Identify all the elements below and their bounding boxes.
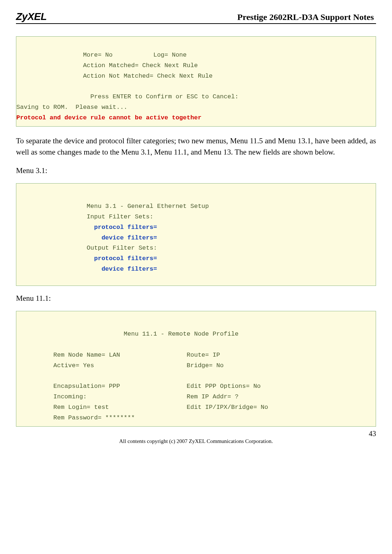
code-line: Press ENTER to Confirm or ESC to Cancel: bbox=[16, 93, 238, 100]
code-line-highlight: device filters= bbox=[16, 266, 157, 272]
code-line: Incoming: Rem IP Addr= ? bbox=[16, 393, 238, 400]
heading-menu-111: Menu 11.1: bbox=[16, 294, 376, 303]
code-line: Menu 11.1 - Remote Node Profile bbox=[16, 331, 238, 337]
code-block-filter-rule: More= No Log= None Action Matched= Check… bbox=[16, 36, 376, 127]
code-line: Rem Node Name= LAN Route= IP bbox=[16, 352, 220, 358]
code-line: Menu 3.1 - General Ethernet Setup bbox=[16, 203, 209, 210]
page-footer: 43 All contents copyright (c) 2007 ZyXEL… bbox=[16, 438, 376, 449]
page-header: ZyXEL Prestige 2602RL-D3A Support Notes bbox=[16, 11, 376, 24]
code-line: Saving to ROM. Please wait... bbox=[16, 104, 127, 111]
copyright-text: All contents copyright (c) 2007 ZyXEL Co… bbox=[16, 438, 376, 444]
code-line: Action Not Matched= Check Next Rule bbox=[16, 73, 213, 79]
paragraph: To separate the device and protocol filt… bbox=[16, 135, 376, 157]
logo: ZyXEL bbox=[16, 11, 47, 22]
code-line: More= No Log= None bbox=[16, 52, 187, 58]
code-line: Encapsulation= PPP Edit PPP Options= No bbox=[16, 383, 261, 390]
code-line: Rem Password= ******** bbox=[16, 414, 135, 421]
code-line: Output Filter Sets: bbox=[16, 245, 157, 251]
code-line-highlight: protocol filters= bbox=[16, 224, 157, 231]
code-line-error: Protocol and device rule cannot be activ… bbox=[16, 114, 201, 121]
code-line: Input Filter Sets: bbox=[16, 213, 153, 220]
heading-menu-31: Menu 3.1: bbox=[16, 166, 376, 175]
page-number: 43 bbox=[369, 430, 376, 438]
code-block-menu-31: Menu 3.1 - General Ethernet Setup Input … bbox=[16, 183, 376, 286]
code-line-highlight: protocol filters= bbox=[16, 255, 157, 262]
code-line: Rem Login= test Edit IP/IPX/Bridge= No bbox=[16, 404, 268, 411]
code-line: Active= Yes Bridge= No bbox=[16, 362, 224, 369]
page-title: Prestige 2602RL-D3A Support Notes bbox=[237, 12, 376, 22]
code-line-highlight: device filters= bbox=[16, 234, 157, 241]
code-block-menu-111: Menu 11.1 - Remote Node Profile Rem Node… bbox=[16, 311, 376, 427]
code-line: Action Matched= Check Next Rule bbox=[16, 62, 198, 69]
